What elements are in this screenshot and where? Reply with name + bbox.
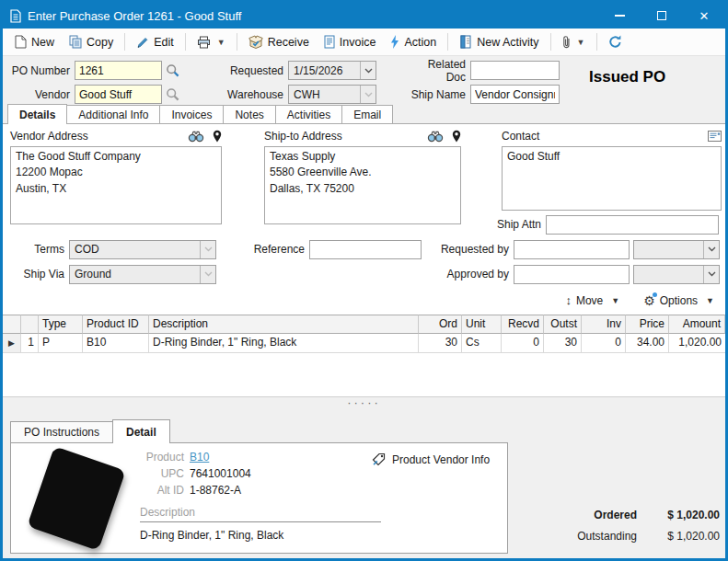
action-button-label: Action bbox=[404, 36, 436, 49]
vendor-address-field[interactable]: The Good Stuff Company 12200 Mopac Austi… bbox=[10, 146, 222, 224]
cell-recvd[interactable]: 0 bbox=[502, 334, 544, 353]
cell-price[interactable]: 34.00 bbox=[626, 334, 669, 353]
close-button[interactable]: ✕ bbox=[683, 3, 725, 29]
edit-button[interactable]: Edit bbox=[130, 32, 180, 52]
vendor-search-icon[interactable] bbox=[166, 87, 180, 102]
cell-description[interactable]: D-Ring Binder, 1" Ring, Black bbox=[149, 334, 419, 353]
tab-additional-info[interactable]: Additional Info bbox=[66, 105, 160, 123]
related-doc-input[interactable] bbox=[470, 61, 560, 80]
minimize-button[interactable] bbox=[598, 3, 641, 29]
attachment-dropdown-caret: ▼ bbox=[577, 38, 585, 47]
requested-date-combo[interactable]: 1/15/2026 bbox=[288, 61, 376, 80]
terms-combo[interactable]: COD bbox=[69, 240, 216, 259]
ship-to-address-field[interactable]: Texas Supply 5580 Greenville Ave. Dallas… bbox=[264, 146, 461, 224]
grid-header-row: Type Product ID Description Ord Unit Rec… bbox=[3, 315, 725, 334]
vendor-input[interactable] bbox=[75, 85, 162, 104]
cell-type[interactable]: P bbox=[39, 334, 83, 353]
print-button[interactable]: ▼ bbox=[191, 32, 232, 52]
tab-invoices[interactable]: Invoices bbox=[159, 105, 224, 123]
paperclip-icon bbox=[562, 35, 571, 50]
upc-value: 7641001004 bbox=[190, 467, 251, 481]
alt-id-value: 1-88762-A bbox=[190, 484, 241, 498]
copy-icon bbox=[69, 35, 82, 49]
action-button[interactable]: Action bbox=[384, 31, 443, 52]
bottom-tab-strip: PO Instructions Detail bbox=[10, 419, 169, 442]
new-document-icon bbox=[15, 35, 27, 49]
copy-button[interactable]: Copy bbox=[63, 31, 120, 52]
chevron-down-icon bbox=[360, 86, 376, 103]
panel-splitter[interactable]: ····· bbox=[3, 396, 725, 413]
cell-amount[interactable]: 1,020.00 bbox=[669, 334, 725, 353]
invoice-button[interactable]: Invoice bbox=[318, 31, 383, 52]
warehouse-value: CWH bbox=[289, 88, 360, 101]
tab-po-instructions[interactable]: PO Instructions bbox=[10, 421, 113, 442]
detail-bottom-panel: PO Instructions Detail Product B10 UPC 7… bbox=[3, 413, 725, 558]
ordered-label: Ordered bbox=[536, 509, 637, 521]
ship-via-label: Ship Via bbox=[12, 268, 69, 280]
binoculars-icon[interactable] bbox=[427, 131, 444, 143]
binoculars-icon[interactable] bbox=[188, 131, 204, 143]
reference-label: Reference bbox=[237, 243, 309, 256]
ship-via-value: Ground bbox=[70, 268, 200, 280]
ship-attn-input[interactable] bbox=[546, 215, 719, 235]
col-header-amount: Amount bbox=[669, 315, 725, 334]
details-tab-panel: Vendor Address The Good Stuff Company 12… bbox=[3, 124, 725, 396]
tab-detail[interactable]: Detail bbox=[112, 419, 170, 443]
cell-ord[interactable]: 30 bbox=[419, 334, 462, 353]
print-dropdown-caret: ▼ bbox=[217, 38, 225, 47]
refresh-button[interactable] bbox=[602, 31, 629, 52]
warehouse-combo[interactable]: CWH bbox=[288, 85, 376, 104]
move-button[interactable]: ↕ Move ▼ bbox=[561, 291, 623, 310]
cell-unit[interactable]: Cs bbox=[462, 334, 502, 353]
related-doc-label: Related Doc bbox=[406, 58, 470, 84]
ship-via-combo[interactable]: Ground bbox=[69, 265, 216, 284]
document-icon bbox=[10, 9, 21, 23]
tab-details[interactable]: Details bbox=[7, 104, 67, 124]
chevron-down-icon bbox=[360, 62, 376, 79]
receive-box-icon bbox=[248, 35, 263, 49]
new-button[interactable]: New bbox=[8, 31, 61, 52]
chevron-down-icon bbox=[703, 241, 719, 258]
tab-email[interactable]: Email bbox=[341, 105, 393, 123]
requested-date-value: 1/15/2026 bbox=[289, 64, 360, 77]
reference-input[interactable] bbox=[309, 240, 422, 259]
cell-outst[interactable]: 30 bbox=[544, 334, 582, 353]
approved-by-input[interactable] bbox=[514, 265, 630, 284]
map-pin-icon[interactable] bbox=[213, 130, 222, 143]
attachment-button[interactable]: ▼ bbox=[556, 31, 592, 53]
options-button[interactable]: ⚙ Options ▼ bbox=[640, 292, 718, 310]
toolbar-separator bbox=[550, 33, 551, 51]
col-header-selector bbox=[3, 315, 21, 334]
receive-button[interactable]: Receive bbox=[242, 31, 316, 52]
alt-id-label: Alt ID bbox=[133, 484, 190, 498]
tab-activities[interactable]: Activities bbox=[275, 105, 342, 123]
col-header-inv: Inv bbox=[582, 315, 626, 334]
maximize-button[interactable] bbox=[641, 3, 683, 29]
cell-product-id[interactable]: B10 bbox=[83, 334, 149, 353]
refresh-icon bbox=[608, 35, 622, 49]
product-id-link[interactable]: B10 bbox=[190, 451, 209, 464]
row-selector-icon[interactable]: ▶ bbox=[3, 334, 21, 353]
options-dropdown-caret: ▼ bbox=[706, 296, 714, 305]
vendor-address-label: Vendor Address bbox=[10, 130, 188, 143]
lightning-icon bbox=[390, 35, 399, 49]
contact-note-icon[interactable] bbox=[708, 131, 722, 142]
product-label: Product bbox=[133, 451, 190, 464]
cell-inv[interactable]: 0 bbox=[582, 334, 626, 353]
requested-by-input[interactable] bbox=[514, 240, 630, 259]
tab-notes[interactable]: Notes bbox=[223, 105, 275, 123]
requested-by-combo[interactable] bbox=[633, 240, 720, 259]
map-pin-icon[interactable] bbox=[452, 130, 461, 143]
po-number-search-icon[interactable] bbox=[166, 63, 180, 78]
product-vendor-info-button[interactable]: Product Vendor Info bbox=[372, 452, 490, 466]
move-dropdown-caret: ▼ bbox=[611, 296, 619, 305]
approved-by-combo[interactable] bbox=[633, 265, 720, 284]
ship-name-input[interactable] bbox=[470, 85, 560, 104]
toolbar-separator bbox=[124, 33, 125, 51]
table-row[interactable]: ▶ 1 P B10 D-Ring Binder, 1" Ring, Black … bbox=[3, 334, 725, 353]
contact-field[interactable]: Good Stuff bbox=[502, 146, 722, 211]
terms-label: Terms bbox=[12, 243, 69, 256]
new-activity-button[interactable]: New Activity bbox=[453, 31, 545, 52]
title-bar: Enter Purchase Order 1261 - Good Stuff ✕ bbox=[3, 3, 725, 29]
po-number-input[interactable] bbox=[75, 61, 162, 80]
